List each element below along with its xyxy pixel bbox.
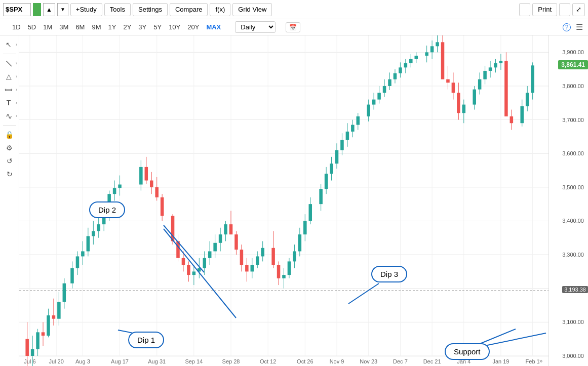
date-tick-label: Oct 26 <box>297 358 313 364</box>
price-scale-label: 3,900.00 <box>562 49 586 55</box>
measure-icon[interactable]: ⟺ <box>2 84 16 96</box>
cursor-icon[interactable]: ↖ <box>2 38 16 51</box>
menu-button[interactable]: ☰ <box>576 22 583 32</box>
lock-icon[interactable]: 🔒 <box>3 129 17 141</box>
fibonacci-expand-arrow[interactable]: › <box>16 113 17 118</box>
svg-rect-112 <box>277 265 281 278</box>
date-tick-label: Dec 21 <box>423 358 441 364</box>
svg-rect-120 <box>298 234 302 251</box>
fibonacci-icon[interactable]: ∿ <box>2 110 16 122</box>
svg-rect-88 <box>208 251 212 258</box>
scroll-indicator[interactable]: » <box>533 356 548 366</box>
study-button[interactable]: +Study <box>70 3 102 16</box>
svg-rect-154 <box>399 67 402 73</box>
range-20y[interactable]: 20Y <box>185 22 201 32</box>
shapes-expand-arrow[interactable]: › <box>16 74 17 79</box>
redo-icon[interactable]: ↻ <box>3 168 17 180</box>
range-2y[interactable]: 2Y <box>121 22 133 32</box>
svg-rect-70 <box>155 187 159 197</box>
symbol-input[interactable] <box>3 3 31 16</box>
fx-button[interactable]: f(x) <box>210 3 230 16</box>
sidebar-item-fibonacci[interactable]: ∿ › <box>2 110 17 122</box>
svg-rect-138 <box>351 125 355 132</box>
range-3y[interactable]: 3Y <box>136 22 148 32</box>
date-tick-label: Sep 28 <box>222 358 240 364</box>
range-5y[interactable]: 5Y <box>151 22 164 32</box>
svg-rect-132 <box>335 150 339 164</box>
clear-button[interactable] <box>559 3 570 16</box>
svg-line-200 <box>164 229 236 318</box>
measure-expand-arrow[interactable]: › <box>16 87 17 92</box>
settings-button[interactable]: Settings <box>133 3 168 16</box>
svg-rect-170 <box>446 79 450 83</box>
svg-rect-130 <box>330 164 333 174</box>
svg-rect-144 <box>372 100 376 105</box>
svg-rect-198 <box>531 65 534 93</box>
svg-rect-174 <box>457 93 460 113</box>
text-icon[interactable]: T <box>2 97 16 109</box>
range-1y[interactable]: 1Y <box>106 22 119 32</box>
date-picker-button[interactable]: 📅 <box>286 22 300 32</box>
expand-button[interactable]: ⤢ <box>572 3 585 16</box>
go-button[interactable] <box>33 3 41 16</box>
svg-rect-90 <box>213 243 217 252</box>
text-expand-arrow[interactable]: › <box>16 100 17 105</box>
price-scale-label: 3,100.00 <box>562 319 586 325</box>
gridview-button[interactable]: Grid View <box>232 3 272 16</box>
svg-rect-146 <box>377 93 381 99</box>
left-sidebar: ↖ › | › △ › ⟺ › T › ∿ › 🔒 ⚙ ↺ ↻ <box>0 35 19 366</box>
svg-rect-126 <box>319 189 323 204</box>
tutorial-link[interactable]: ? <box>563 23 573 31</box>
dip1-callout: Dip 1 <box>128 332 164 348</box>
range-max[interactable]: MAX <box>204 22 223 32</box>
svg-rect-80 <box>187 265 190 275</box>
shapes-icon[interactable]: △ <box>2 70 16 83</box>
range-3m[interactable]: 3M <box>57 22 70 32</box>
undo-icon[interactable]: ↺ <box>3 155 17 167</box>
range-9m[interactable]: 9M <box>90 22 103 32</box>
settings-icon[interactable]: ⚙ <box>3 142 17 154</box>
svg-rect-152 <box>394 73 397 79</box>
svg-rect-72 <box>161 197 164 216</box>
sidebar-item-text[interactable]: T › <box>2 97 17 109</box>
svg-rect-96 <box>229 224 233 234</box>
sidebar-item-shapes[interactable]: △ › <box>2 70 17 83</box>
svg-rect-194 <box>520 106 524 123</box>
range-10y[interactable]: 10Y <box>167 22 182 32</box>
date-tick-label: Nov 9 <box>330 358 344 364</box>
chart-area[interactable]: Jul 6Jul 20Aug 3Aug 17Aug 31Sep 14Sep 28… <box>19 35 548 366</box>
svg-rect-196 <box>526 93 529 106</box>
svg-rect-76 <box>176 241 180 258</box>
cursor-expand-arrow[interactable]: › <box>16 42 17 47</box>
tools-button[interactable]: Tools <box>104 3 131 16</box>
templates-button[interactable] <box>519 3 530 16</box>
main-toolbar: ▲ ▼ +Study Tools Settings Compare f(x) G… <box>0 0 588 19</box>
chart-wrapper: ↖ › | › △ › ⟺ › T › ∿ › 🔒 ⚙ ↺ ↻ <box>0 35 588 366</box>
compare-button[interactable]: Compare <box>170 3 208 16</box>
symbol-up-button[interactable]: ▲ <box>43 3 55 16</box>
svg-rect-162 <box>425 52 428 56</box>
frequency-select[interactable]: DailyWeeklyMonthly <box>235 21 276 33</box>
sidebar-item-measure[interactable]: ⟺ › <box>2 84 17 96</box>
svg-rect-48 <box>81 251 85 256</box>
svg-rect-108 <box>261 248 264 257</box>
range-1m[interactable]: 1M <box>41 22 54 32</box>
line-icon[interactable]: | <box>0 54 18 73</box>
print-button[interactable]: Print <box>532 3 557 16</box>
svg-rect-74 <box>171 216 175 241</box>
range-5d[interactable]: 5D <box>26 22 38 32</box>
svg-rect-168 <box>441 42 445 79</box>
price-scale-label: 3,000.00 <box>562 353 586 359</box>
symbol-down-button[interactable]: ▼ <box>57 3 68 16</box>
svg-rect-140 <box>357 116 360 125</box>
sidebar-item-line[interactable]: | › <box>2 57 17 69</box>
price-scale-label: 3,300.00 <box>562 252 586 258</box>
sidebar-item-cursor[interactable]: ↖ › <box>2 38 17 51</box>
svg-rect-32 <box>36 332 40 349</box>
range-1d[interactable]: 1D <box>10 22 23 32</box>
svg-rect-92 <box>219 234 222 243</box>
svg-rect-30 <box>31 349 34 356</box>
svg-rect-44 <box>70 268 74 283</box>
range-6m[interactable]: 6M <box>73 22 87 32</box>
date-tick-label: Aug 17 <box>111 358 129 364</box>
